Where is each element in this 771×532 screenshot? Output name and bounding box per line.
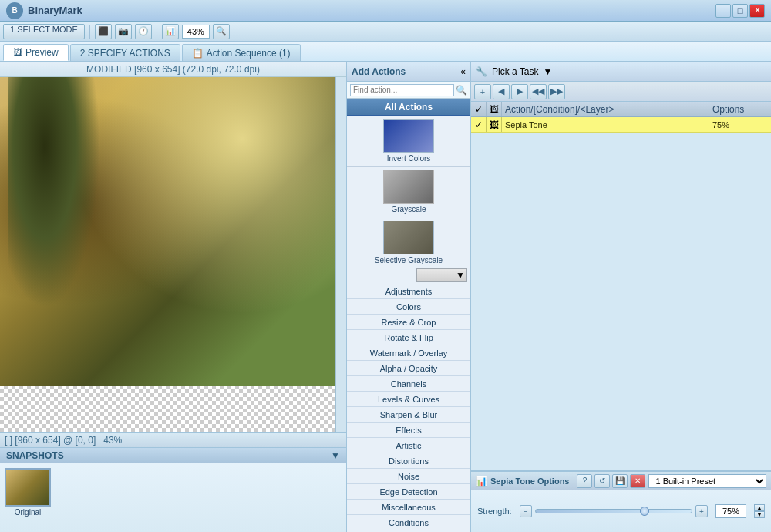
collapse-icon[interactable]: « (460, 66, 466, 77)
seq-main: ✓ 🖼 Sepia Tone 75% (471, 117, 771, 470)
action-thumb-invert (383, 119, 434, 153)
tree-shape (8, 77, 100, 308)
options-content: Strength: − + ▲ ▼ (471, 490, 771, 532)
spin-buttons: ▲ ▼ (754, 504, 765, 518)
seq-row-icon: 🖼 (487, 117, 502, 132)
slider-increase-btn[interactable]: + (695, 505, 708, 517)
slider-track[interactable] (535, 509, 692, 513)
select-mode-button[interactable]: 1 SELECT MODE (3, 24, 85, 39)
action-preview-invert[interactable]: Invert Colors (347, 116, 470, 167)
cat-sharpen[interactable]: Sharpen & Blur (347, 407, 470, 423)
options-save-btn[interactable]: 💾 (612, 474, 628, 488)
cat-edge[interactable]: Edge Detection (347, 484, 470, 500)
cat-misc[interactable]: Miscellaneous (347, 500, 470, 515)
maximize-button[interactable]: □ (732, 4, 748, 18)
app-logo: B (6, 2, 23, 19)
zoom-icon[interactable]: 🔍 (213, 24, 230, 39)
action-preview-grayscale[interactable]: Grayscale (347, 167, 470, 217)
toolbar: 1 SELECT MODE ⬛ 📷 🕐 📊 🔍 (0, 22, 771, 42)
action-dropdown-btn[interactable]: ▼ (416, 268, 467, 282)
cat-noise[interactable]: Noise (347, 469, 470, 484)
col-check-header: ✓ (471, 102, 487, 116)
cat-resize[interactable]: Resize & Crop (347, 315, 470, 330)
options-reset-btn[interactable]: ↺ (594, 474, 610, 488)
find-action-bar: 🔍 (347, 82, 470, 99)
left-panel: MODIFIED [960 x 654] (72.0 dpi, 72.0 dpi… (0, 62, 347, 532)
seq-nav1-btn[interactable]: ◀◀ (530, 84, 547, 99)
tab-preview[interactable]: 🖼 Preview (3, 44, 69, 61)
tab-bar: 🖼 Preview 2 SPECIFY ACTIONS 📋 Action Seq… (0, 42, 771, 62)
snapshots-header: SNAPSHOTS ▼ (0, 448, 346, 463)
spin-down-btn[interactable]: ▼ (754, 511, 765, 518)
snapshots-expand-icon[interactable]: ▼ (331, 450, 340, 461)
cat-channels[interactable]: Channels (347, 376, 470, 392)
col-icon-header: 🖼 (487, 102, 502, 116)
seq-row-sepia[interactable]: ✓ 🖼 Sepia Tone 75% (471, 117, 771, 133)
cat-conditions[interactable]: Conditions (347, 515, 470, 530)
col-action-header: Action/[Condition]/<Layer> (502, 102, 709, 116)
scan-icon[interactable]: ⬛ (95, 24, 112, 39)
cat-levels[interactable]: Levels & Curves (347, 392, 470, 407)
transparent-area (0, 386, 346, 432)
seq-row-check[interactable]: ✓ (471, 117, 487, 132)
snapshot-item[interactable]: Original (5, 468, 51, 517)
history-icon[interactable]: 🕐 (135, 24, 152, 39)
options-help-btn[interactable]: ? (577, 474, 592, 488)
action-label-grayscale: Grayscale (391, 205, 426, 214)
snapshots-content: Original (0, 463, 346, 521)
toolbar-separator-1 (89, 25, 90, 39)
seq-fwd-btn[interactable]: ▶ (511, 84, 528, 99)
options-close-btn[interactable]: ✕ (630, 474, 645, 488)
right-panel: 🔧 Pick a Task ▼ + ◀ ▶ ◀◀ ▶▶ ✓ 🖼 Action/[… (471, 62, 771, 532)
slider-container: − + (520, 505, 708, 517)
zoom-text: 43% (103, 435, 122, 446)
find-action-input[interactable] (350, 84, 454, 96)
sequence-icon: 📋 (192, 48, 204, 59)
cat-rotate[interactable]: Rotate & Flip (347, 330, 470, 345)
cat-artistic[interactable]: Artistic (347, 438, 470, 453)
all-actions-header[interactable]: All Actions (347, 99, 470, 116)
options-title: Sepia Tone Options (490, 476, 569, 486)
close-button[interactable]: ✕ (749, 4, 765, 18)
minimize-button[interactable]: — (715, 4, 731, 18)
seq-nav2-btn[interactable]: ▶▶ (548, 84, 565, 99)
specify-label: 2 SPECIFY ACTIONS (80, 48, 170, 59)
strength-value-input[interactable] (715, 504, 746, 518)
add-actions-title: Add Actions (352, 66, 406, 77)
slider-decrease-btn[interactable]: − (520, 505, 532, 517)
camera-icon[interactable]: 📷 (115, 24, 132, 39)
cat-alpha[interactable]: Alpha / Opacity (347, 361, 470, 376)
options-header: 📊 Sepia Tone Options ? ↺ 💾 ✕ 1 Built-in … (471, 472, 771, 490)
actions-scroll: Invert Colors Grayscale Selective Graysc… (347, 116, 470, 532)
cat-watermark[interactable]: Watermark / Overlay (347, 345, 470, 361)
preview-label: Preview (25, 47, 59, 58)
pick-task-label[interactable]: Pick a Task (492, 66, 538, 77)
seq-add-btn[interactable]: + (474, 84, 491, 99)
cat-adjustments[interactable]: Adjustments (347, 284, 470, 299)
app-title: BinaryMark (28, 5, 82, 16)
zoom-input[interactable] (182, 25, 210, 39)
image-info-bar: MODIFIED [960 x 654] (72.0 dpi, 72.0 dpi… (0, 62, 346, 77)
cat-colors[interactable]: Colors (347, 299, 470, 315)
title-bar: B BinaryMark — □ ✕ (0, 0, 771, 22)
image-content (0, 77, 346, 386)
preset-select[interactable]: 1 Built-in Preset (648, 474, 766, 488)
chart-icon[interactable]: 📊 (162, 24, 179, 39)
actions-panel: Add Actions « 🔍 All Actions Invert Color… (347, 62, 471, 532)
scrollbar-right[interactable] (335, 77, 346, 432)
spin-up-btn[interactable]: ▲ (754, 504, 765, 511)
image-info-text: MODIFIED [960 x 654] (72.0 dpi, 72.0 dpi… (86, 64, 260, 75)
tab-sequence[interactable]: 📋 Action Sequence (1) (182, 44, 301, 61)
tab-specify[interactable]: 2 SPECIFY ACTIONS (70, 44, 180, 61)
seq-back-btn[interactable]: ◀ (493, 84, 510, 99)
sequence-label: Action Sequence (1) (207, 48, 291, 59)
action-preview-selective[interactable]: Selective Grayscale (347, 217, 470, 268)
slider-thumb[interactable] (640, 507, 649, 516)
options-bar: 📊 Sepia Tone Options ? ↺ 💾 ✕ 1 Built-in … (471, 470, 771, 532)
cat-distortions[interactable]: Distortions (347, 453, 470, 469)
cat-effects[interactable]: Effects (347, 423, 470, 438)
action-label-invert: Invert Colors (387, 154, 431, 163)
action-thumb-grayscale (383, 170, 434, 204)
seq-row-name: Sepia Tone (502, 117, 709, 132)
find-action-icon[interactable]: 🔍 (456, 85, 467, 96)
